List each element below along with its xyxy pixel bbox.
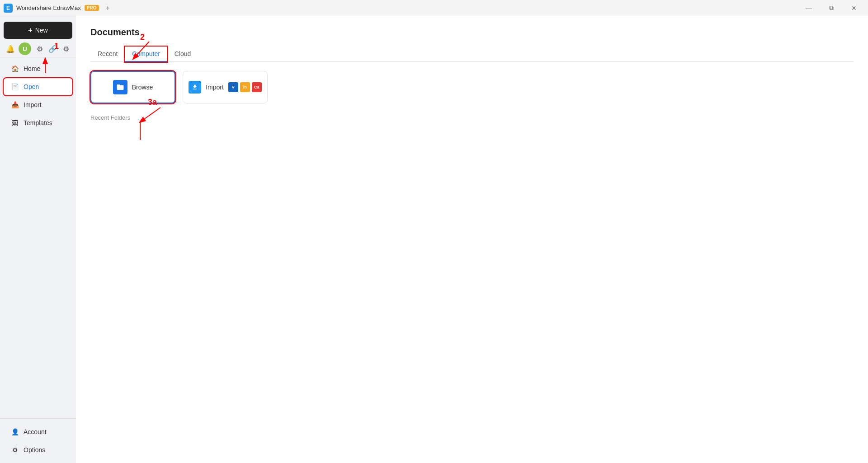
- account-icon: 👤: [11, 428, 19, 436]
- visio-icon: V: [228, 82, 238, 92]
- import-icon: 📥: [11, 101, 19, 109]
- settings-icon-btn[interactable]: ⚙: [35, 42, 44, 55]
- main-wrapper: Documents Recent Computer Cloud Browse: [76, 16, 868, 463]
- sidebar-item-import-label: Import: [24, 101, 42, 108]
- sidebar-item-open[interactable]: 📄 Open: [4, 78, 72, 95]
- tabs-bar: Recent Computer Cloud: [90, 47, 854, 62]
- cards-row: Browse Import V in Ca: [90, 71, 854, 103]
- titlebar: E Wondershare EdrawMax PRO + — ⧉ ✕: [0, 0, 868, 16]
- account-icon-btn[interactable]: U: [19, 42, 31, 55]
- sidebar-item-options[interactable]: ⚙ Options: [4, 441, 72, 458]
- tab-computer[interactable]: Computer: [125, 47, 167, 62]
- import-file-icons: V in Ca: [228, 82, 262, 92]
- sidebar-item-import[interactable]: 📥 Import: [4, 96, 72, 113]
- app-body: + New 🔔 U ⚙ 🔗 ⚙ 🏠 Home 📄 Open: [0, 16, 868, 463]
- user-avatar: U: [19, 42, 31, 55]
- browse-card-icon: [113, 80, 127, 94]
- sidebar: + New 🔔 U ⚙ 🔗 ⚙ 🏠 Home 📄 Open: [0, 16, 76, 463]
- open-icon: 📄: [11, 83, 19, 91]
- main-content: Documents Recent Computer Cloud Browse: [76, 16, 868, 463]
- sidebar-item-open-label: Open: [24, 83, 39, 90]
- titlebar-left: E Wondershare EdrawMax PRO +: [4, 3, 113, 14]
- import-card[interactable]: Import V in Ca: [183, 71, 268, 103]
- config-icon-btn[interactable]: ⚙: [61, 42, 71, 55]
- sidebar-item-account-label: Account: [24, 428, 47, 435]
- sidebar-item-account[interactable]: 👤 Account: [4, 423, 72, 440]
- sidebar-item-options-label: Options: [24, 446, 45, 454]
- browse-card-label: Browse: [132, 84, 153, 91]
- tab-recent[interactable]: Recent: [90, 47, 125, 62]
- home-icon: 🏠: [11, 65, 19, 73]
- titlebar-controls: — ⧉ ✕: [798, 0, 864, 16]
- sidebar-item-home-label: Home: [24, 65, 40, 72]
- templates-icon: 🖼: [11, 119, 19, 127]
- sidebar-item-templates[interactable]: 🖼 Templates: [4, 114, 72, 131]
- minimize-button[interactable]: —: [798, 0, 819, 16]
- page-title: Documents: [90, 27, 854, 37]
- notification-icon-btn[interactable]: 🔔: [5, 42, 15, 55]
- import-card-icon: [189, 81, 201, 94]
- sidebar-bottom: 👤 Account ⚙ Options: [0, 418, 76, 463]
- pro-badge: PRO: [85, 5, 99, 11]
- restore-button[interactable]: ⧉: [821, 0, 842, 16]
- close-button[interactable]: ✕: [844, 0, 864, 16]
- sidebar-item-templates-label: Templates: [24, 119, 52, 126]
- new-button[interactable]: + New: [4, 22, 72, 39]
- recent-folders-label: Recent Folders: [90, 114, 854, 121]
- options-icon: ⚙: [11, 446, 19, 454]
- app-logo: E: [4, 4, 13, 13]
- share-icon-btn[interactable]: 🔗: [48, 42, 57, 55]
- app-name: Wondershare EdrawMax: [16, 5, 81, 11]
- plus-icon: +: [28, 26, 32, 34]
- sidebar-nav: 🏠 Home 📄 Open 📥 Import 🖼 Templates: [0, 57, 76, 418]
- lucid-icon: in: [240, 82, 250, 92]
- browse-card[interactable]: Browse: [90, 71, 175, 103]
- import-card-label: Import: [206, 84, 224, 91]
- new-tab-button[interactable]: +: [103, 3, 113, 14]
- new-button-label: New: [35, 27, 48, 34]
- cacoo-icon: Ca: [252, 82, 262, 92]
- tab-cloud[interactable]: Cloud: [167, 47, 198, 62]
- sidebar-item-home[interactable]: 🏠 Home: [4, 60, 72, 77]
